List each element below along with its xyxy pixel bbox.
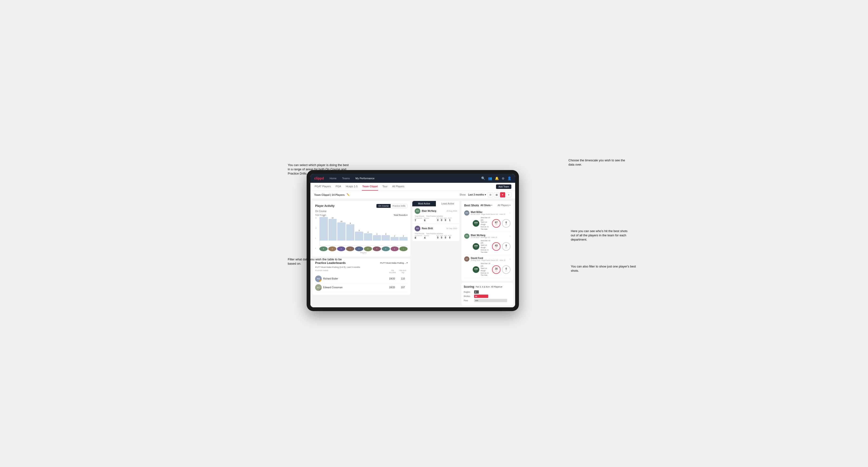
birdies-label: Birdies <box>464 295 473 298</box>
settings-view-icon[interactable]: ≡ <box>506 192 512 197</box>
active-player-date-rees: 02 Sep 2023 <box>446 227 457 229</box>
player-avatar-edward: EC 2 <box>315 284 322 291</box>
sub-nav-pga[interactable]: PGA <box>335 183 342 191</box>
bell-icon[interactable]: 🔔 <box>495 177 499 180</box>
leaderboard-row: EC 2 Edward Crossman 18/20 107 <box>315 283 408 292</box>
rank-badge-2: 2 <box>319 288 322 291</box>
bar-chart: 1312109543322 <box>319 217 408 246</box>
plus-circle-icon[interactable]: ⊕ <box>502 177 504 180</box>
team-edit-icon[interactable]: ✏️ <box>346 193 350 196</box>
team-header: Team Clippd | 14 Players ✏️ Show: Last 3… <box>310 191 515 199</box>
tournament-value-blair: 7 <box>415 219 422 222</box>
sub-nav-hcaps[interactable]: Hcaps 1-5 <box>345 183 358 191</box>
shot-badge-david: 198 SG <box>473 266 479 273</box>
scoring-title: Scoring <box>464 285 474 288</box>
shot-stat-bubble-matt-2: 0 yds <box>502 219 510 228</box>
scoring-filter1[interactable]: Par 3, 4 & 5s ▾ <box>476 286 489 288</box>
practice-value-rees: 4 <box>424 236 429 239</box>
score-edward-pb: 18/20 <box>387 286 397 289</box>
player-name-richard: Richard Butler <box>323 277 386 280</box>
score-edward-avg: 107 <box>398 286 408 289</box>
player-avatar-small: L <box>399 247 408 251</box>
all-shots-tab[interactable]: All Shots <box>480 204 491 207</box>
bar-value-label: 2 <box>394 235 395 237</box>
shot-chevron-david: › <box>509 257 510 261</box>
bar-element <box>319 217 328 241</box>
shot-item-david[interactable]: DF David Ford 24 Aug 2023 · Royal North … <box>464 255 510 278</box>
scoring-filter1-chevron: ▾ <box>489 286 489 288</box>
bar-chart-container: 1312109543322 BRDJEDRMEL Players <box>319 217 408 254</box>
scoring-bar-eagles: Eagles 3 <box>464 290 511 294</box>
middle-panel: Most Active Least Active BM Blair McHarg… <box>412 201 460 305</box>
shot-stats-row-matt: 200 SG Shot Dist: 67 yds Start Lie: Roug… <box>464 217 510 230</box>
add-team-button[interactable]: Add Team <box>496 184 512 189</box>
eagles-label: Eagles <box>464 291 473 293</box>
scoring-filter2-label: All Players <box>491 286 501 288</box>
people-icon[interactable]: 👥 <box>488 177 492 180</box>
nav-link-teams[interactable]: Teams <box>341 177 351 180</box>
show-dropdown[interactable]: Last 3 months ▾ <box>468 193 486 196</box>
bar-element <box>337 222 346 241</box>
player-avatar-small: D <box>364 247 372 251</box>
scoring-filter2[interactable]: All Players ▾ <box>491 286 502 288</box>
on-course-toggle[interactable]: On Course <box>376 204 391 208</box>
practice-activities-blair: GTT 0 APP 0 ARG 0 <box>436 217 457 221</box>
player-name-edward: Edward Crossman <box>323 286 386 289</box>
shot-item-matt[interactable]: MM Matt Miller 09 Jun 2023 · Royal North… <box>464 209 510 232</box>
total-rounds-label-rees: Total Rounds <box>415 233 424 235</box>
active-player-date-blair: 26 Aug 2023 <box>446 210 457 212</box>
nav-link-myperformance[interactable]: My Performance <box>354 177 375 180</box>
sub-nav-allplayers[interactable]: All Players <box>392 183 405 191</box>
least-active-tab[interactable]: Least Active <box>436 201 460 206</box>
nav-links: Home Teams My Performance <box>329 177 481 180</box>
bar-value-label: 2 <box>403 235 404 237</box>
leaderboard-dropdown-label: PUTT Must Make Putting ... <box>380 262 406 264</box>
stats-values-blair: Tournament 7 Practice 6 <box>415 217 457 222</box>
players-dropdown-arrow: ▾ <box>509 204 510 206</box>
col-pb-score: PB SCORE <box>388 269 397 274</box>
bar-element <box>329 219 337 241</box>
y-axis: 15 10 5 0 <box>315 217 319 254</box>
active-player-item: BM Blair McHarg 26 Aug 2023 Total Rounds… <box>412 206 460 224</box>
shot-stat-bubble-david-2: 0 yds <box>502 266 510 274</box>
chart-dropdown[interactable]: Total Rounds ▾ <box>394 214 408 216</box>
player-activity-title: Player Activity <box>315 204 335 208</box>
players-filter-label[interactable]: All Players <box>498 204 509 207</box>
eagles-value: 3 <box>475 291 476 293</box>
bar-group: 2 <box>391 235 399 241</box>
total-practice-label: Total Practice Activities <box>426 215 443 217</box>
active-player-avatar-blair: BM <box>415 208 420 214</box>
most-active-tab[interactable]: Most Active <box>412 201 436 206</box>
putt-col: PUTT 1 <box>448 217 452 221</box>
shot-player-info-david: David Ford 24 Aug 2023 · Royal North Dev… <box>471 257 508 261</box>
heart-view-icon[interactable]: ♥ <box>500 192 505 197</box>
stats-labels-blair: Total Rounds Total Practice Activities <box>415 215 457 217</box>
shot-stat-bubble-blair-1: 43 yds <box>492 242 500 251</box>
tablet-screen: clippd Home Teams My Performance 🔍 👥 🔔 ⊕… <box>310 174 515 307</box>
pars-bar: 499 <box>474 299 507 302</box>
practice-col-rees: Practice 4 <box>424 235 429 239</box>
shot-item-blair[interactable]: BM Blair McHarg 23 Jul 2023 · Ashridge G… <box>464 232 510 255</box>
player-activity-header: Player Activity On Course Practice Drill… <box>315 204 408 208</box>
bar-element <box>373 235 381 241</box>
user-avatar-icon[interactable]: 👤 <box>507 177 512 180</box>
bar-group: 3 <box>382 233 390 241</box>
player-avatar-small: J <box>346 247 354 251</box>
grid-view-icon[interactable]: ⊞ <box>488 192 493 197</box>
shot-player-name-blair: Blair McHarg <box>471 234 508 237</box>
practice-toggle[interactable]: Practice Drills <box>391 204 407 208</box>
scoring-filter2-chevron: ▾ <box>501 286 502 288</box>
list-view-icon[interactable]: ▦ <box>494 192 499 197</box>
search-icon[interactable]: 🔍 <box>481 177 485 180</box>
leaderboard-columns: PLAYER NAME PB SCORE PB AVG SQ <box>315 269 408 274</box>
player-avatar-small: D <box>337 247 345 251</box>
leaderboard-dropdown[interactable]: PUTT Must Make Putting ... ▾ <box>380 262 408 264</box>
nav-link-home[interactable]: Home <box>329 177 337 180</box>
sub-nav-teamclippd[interactable]: Team Clippd <box>362 183 378 191</box>
annotation-topright: Choose the timescale you wish to see the… <box>568 158 627 167</box>
shot-detail-text-matt: Shot Dist: 67 yds Start Lie: Rough End L… <box>481 217 491 230</box>
player-activity-card: Player Activity On Course Practice Drill… <box>312 201 410 257</box>
sub-nav-pgat[interactable]: PGAT Players <box>314 183 331 191</box>
nav-icons: 🔍 👥 🔔 ⊕ 👤 <box>481 177 512 180</box>
sub-nav-tour[interactable]: Tour <box>382 183 388 191</box>
